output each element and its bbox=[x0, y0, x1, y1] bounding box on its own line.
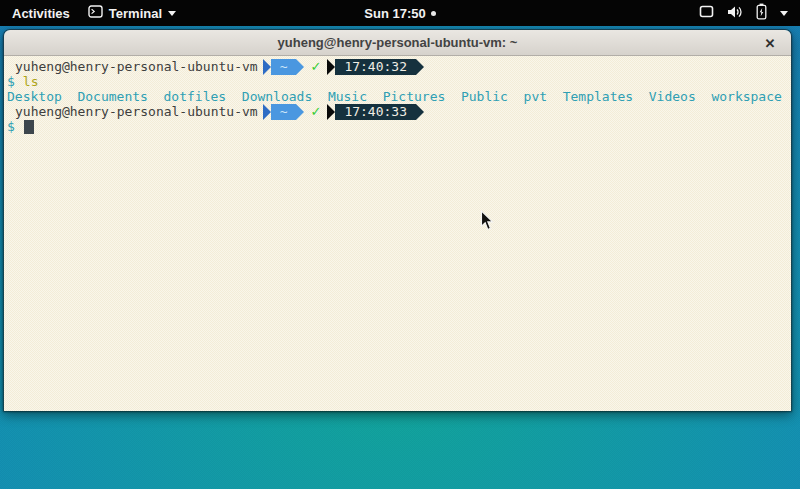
battery-charging-icon bbox=[756, 3, 767, 23]
command-line: $ ls bbox=[7, 74, 791, 89]
top-bar: Activities Terminal Sun 17:50 bbox=[0, 0, 800, 26]
prompt-time: 17:40:32 bbox=[335, 59, 416, 75]
app-menu-terminal[interactable]: Terminal bbox=[88, 5, 176, 21]
prompt-user: yuheng@henry-personal-ubuntu-vm bbox=[7, 104, 258, 119]
powerline-arrow-icon bbox=[327, 104, 335, 120]
directory-listing: Desktop Documents dotfiles Downloads Mus… bbox=[7, 89, 782, 104]
prompt-cwd: ~ bbox=[271, 104, 297, 120]
volume-icon bbox=[727, 5, 743, 22]
prompt-line: yuheng@henry-personal-ubuntu-vm ~ ✓ 17:4… bbox=[7, 59, 791, 74]
chevron-down-icon bbox=[780, 11, 788, 16]
prompt-time: 17:40:33 bbox=[335, 104, 416, 120]
powerline-arrow-icon bbox=[327, 59, 335, 75]
desktop: Activities Terminal Sun 17:50 bbox=[0, 0, 800, 489]
prompt-dollar: $ bbox=[7, 119, 15, 134]
powerline-arrow-icon bbox=[296, 104, 304, 120]
powerline-arrow-icon bbox=[416, 104, 424, 120]
terminal-cursor bbox=[24, 120, 34, 134]
prompt-cwd: ~ bbox=[271, 59, 297, 75]
activities-label: Activities bbox=[12, 6, 70, 21]
window-titlebar[interactable]: yuheng@henry-personal-ubuntu-vm: ~ ✕ bbox=[4, 30, 791, 56]
activities-button[interactable]: Activities bbox=[12, 6, 70, 21]
powerline-arrow-icon bbox=[296, 59, 304, 75]
clock-label: Sun 17:50 bbox=[364, 6, 425, 21]
terminal-window: yuheng@henry-personal-ubuntu-vm: ~ ✕ yuh… bbox=[3, 29, 792, 411]
network-icon bbox=[699, 5, 714, 21]
close-icon[interactable]: ✕ bbox=[760, 33, 780, 53]
app-menu-label: Terminal bbox=[109, 6, 162, 21]
prompt-dollar: $ bbox=[7, 74, 15, 89]
prompt-user: yuheng@henry-personal-ubuntu-vm bbox=[7, 59, 258, 74]
check-icon: ✓ bbox=[310, 104, 321, 119]
input-line: $ bbox=[7, 119, 791, 134]
clock-button[interactable]: Sun 17:50 bbox=[364, 6, 435, 21]
check-icon: ✓ bbox=[310, 59, 321, 74]
powerline-arrow-icon bbox=[416, 59, 424, 75]
system-status-area[interactable] bbox=[699, 0, 800, 26]
terminal-app-icon bbox=[88, 5, 103, 21]
chevron-down-icon bbox=[168, 11, 176, 16]
terminal-content[interactable]: yuheng@henry-personal-ubuntu-vm ~ ✓ 17:4… bbox=[4, 56, 791, 411]
ls-output-line: Desktop Documents dotfiles Downloads Mus… bbox=[7, 89, 791, 104]
powerline-arrow-icon bbox=[263, 59, 271, 75]
prompt-line: yuheng@henry-personal-ubuntu-vm ~ ✓ 17:4… bbox=[7, 104, 791, 119]
command-text: ls bbox=[23, 74, 39, 89]
window-title: yuheng@henry-personal-ubuntu-vm: ~ bbox=[278, 35, 518, 50]
powerline-arrow-icon bbox=[263, 104, 271, 120]
notification-dot-icon bbox=[431, 11, 436, 16]
